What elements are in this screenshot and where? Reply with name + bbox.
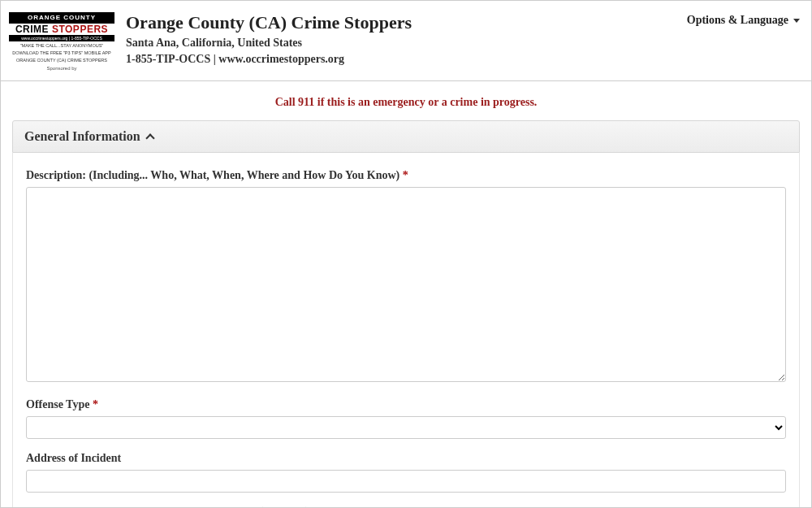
required-marker: *	[403, 169, 408, 181]
logo-tagline-1: "MAKE THE CALL...STAY ANONYMOUS"	[9, 43, 114, 49]
section-title: General Information	[24, 129, 140, 144]
city-state-label-text: City, State (required)	[206, 506, 309, 508]
city-state-label: City, State (required) *	[206, 506, 786, 508]
logo-sponsor: Sponsored by	[9, 66, 114, 72]
header-separator: |	[210, 53, 218, 65]
field-description: Description: (Including... Who, What, Wh…	[26, 169, 786, 385]
field-offense-type: Offense Type *	[26, 398, 786, 439]
header-contact: 1-855-TIP-OCCS | www.occrimestoppers.org	[126, 53, 684, 66]
header-phone: 1-855-TIP-OCCS	[126, 53, 210, 65]
section-header-general-information[interactable]: General Information	[12, 120, 800, 153]
description-input[interactable]	[26, 187, 786, 382]
logo-tagline-3: ORANGE COUNTY (CA) CRIME STOPPERS	[9, 58, 114, 63]
description-label-text: Description: (Including... Who, What, Wh…	[26, 169, 400, 181]
field-city-state: City, State (required) *	[206, 506, 786, 508]
form-wrap: General Information Description: (Includ…	[1, 120, 811, 508]
header-text: Orange County (CA) Crime Stoppers Santa …	[126, 12, 684, 66]
options-language-label: Options & Language	[687, 14, 788, 27]
section-body: Description: (Including... Who, What, Wh…	[12, 153, 800, 508]
header: ORANGE COUNTY CRIME STOPPERS www.occrime…	[1, 1, 811, 81]
logo-main-crime: CRIME	[15, 24, 52, 35]
required-marker: *	[93, 398, 98, 410]
logo-url-bar: www.occrimestoppers.org | 1-855-TIP-OCCS	[9, 35, 114, 41]
field-county: County	[26, 506, 197, 508]
county-label: County	[26, 506, 197, 508]
logo-top-bar: ORANGE COUNTY	[9, 12, 114, 24]
page-title: Orange County (CA) Crime Stoppers	[126, 12, 684, 33]
offense-type-select[interactable]	[26, 416, 786, 439]
caret-down-icon	[793, 19, 800, 23]
logo-tagline-2: DOWNLOAD THE FREE "P3 TIPS" MOBILE APP	[9, 50, 114, 56]
chevron-up-icon	[145, 133, 154, 142]
emergency-alert: Call 911 if this is an emergency or a cr…	[1, 81, 811, 120]
offense-type-label: Offense Type *	[26, 398, 786, 411]
logo-main: CRIME STOPPERS	[9, 24, 114, 35]
options-language-dropdown[interactable]: Options & Language	[684, 12, 803, 28]
logo-main-stoppers: STOPPERS	[52, 24, 108, 35]
field-address: Address of Incident	[26, 452, 786, 493]
address-label: Address of Incident	[26, 452, 786, 465]
logo: ORANGE COUNTY CRIME STOPPERS www.occrime…	[9, 12, 114, 72]
offense-type-label-text: Offense Type	[26, 398, 89, 410]
required-marker: *	[312, 506, 317, 508]
page-subtitle: Santa Ana, California, United States	[126, 37, 684, 50]
address-input[interactable]	[26, 470, 786, 493]
header-website: www.occrimestoppers.org	[218, 53, 344, 65]
page-container: ORANGE COUNTY CRIME STOPPERS www.occrime…	[0, 0, 812, 508]
row-county-city: County City, State (required) *	[26, 506, 786, 508]
description-label: Description: (Including... Who, What, Wh…	[26, 169, 786, 182]
